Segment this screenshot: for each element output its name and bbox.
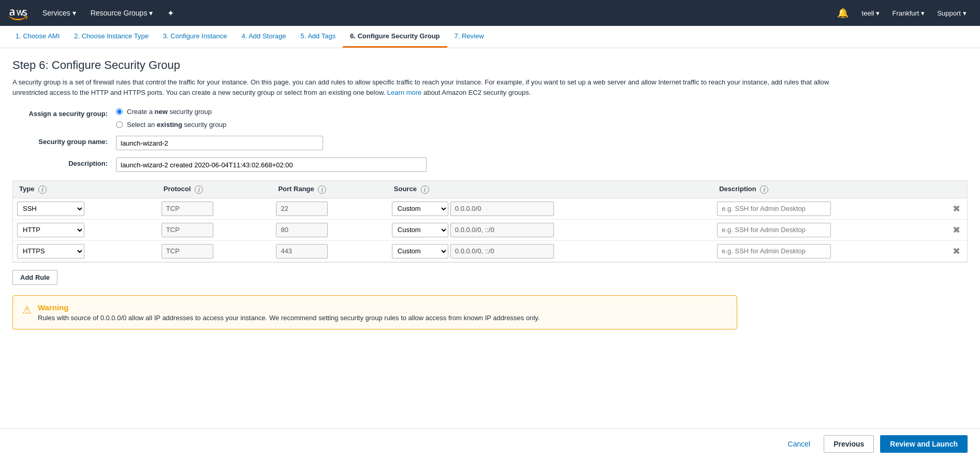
pin-icon-button[interactable]: ✦: [162, 0, 179, 26]
col-type: Type i: [13, 181, 157, 198]
table-row: SSHHTTPHTTPSCustom TCPCustom UDPAll traf…: [13, 240, 967, 262]
type-select-row-2[interactable]: SSHHTTPHTTPSCustom TCPCustom UDPAll traf…: [17, 244, 84, 259]
sg-name-input[interactable]: [116, 136, 323, 150]
support-chevron-icon: ▾: [963, 9, 967, 17]
user-chevron-icon: ▾: [876, 9, 880, 17]
col-protocol: Protocol i: [157, 181, 272, 198]
support-menu[interactable]: Support ▾: [932, 0, 972, 26]
protocol-input-row-2: [162, 244, 213, 259]
bell-icon[interactable]: 🔔: [831, 7, 855, 19]
region-chevron-icon: ▾: [921, 9, 925, 17]
resource-groups-label: Resource Groups: [91, 9, 148, 17]
warning-icon: ⚠: [22, 304, 32, 316]
source-type-select-row-0[interactable]: CustomAnywhereMy IPCustom IPv6: [392, 202, 448, 216]
create-new-radio[interactable]: [116, 108, 123, 115]
region-menu[interactable]: Frankfurt ▾: [887, 0, 930, 26]
learn-more-link[interactable]: Learn more: [387, 89, 421, 96]
col-description: Description i: [713, 181, 946, 198]
create-new-radio-option[interactable]: Create a new security group: [116, 108, 226, 116]
port-input-row-1: [276, 223, 328, 237]
sg-name-label: Security group name:: [12, 136, 116, 146]
sg-name-row: Security group name:: [12, 136, 968, 150]
port-input-row-2: [276, 244, 328, 259]
region-label: Frankfurt: [892, 9, 919, 17]
source-info-icon[interactable]: i: [421, 185, 429, 194]
col-source: Source i: [388, 181, 713, 198]
remove-row-button-1[interactable]: ✖: [950, 224, 962, 236]
warning-box: ⚠ Warning Rules with source of 0.0.0.0/0…: [12, 295, 737, 329]
aws-logo: [8, 6, 29, 20]
table-row: SSHHTTPHTTPSCustom TCPCustom UDPAll traf…: [13, 198, 967, 219]
main-content: Step 6: Configure Security Group A secur…: [0, 48, 980, 340]
type-info-icon[interactable]: i: [38, 185, 47, 194]
wizard-step-add-tags[interactable]: 5. Add Tags: [293, 26, 343, 48]
protocol-info-icon[interactable]: i: [195, 185, 203, 194]
warning-title: Warning: [38, 303, 539, 312]
col-remove: [946, 181, 967, 198]
rules-table: Type i Protocol i Port Range i Source i …: [13, 181, 967, 262]
services-menu[interactable]: Services ▾: [37, 0, 81, 26]
source-value-input-row-0[interactable]: [450, 202, 554, 216]
top-nav: Services ▾ Resource Groups ▾ ✦ 🔔 teell ▾…: [0, 0, 980, 26]
wizard-step-configure-instance[interactable]: 3. Configure Instance: [156, 26, 235, 48]
services-label: Services: [42, 9, 70, 17]
col-port-range: Port Range i: [272, 181, 387, 198]
support-label: Support: [937, 9, 961, 17]
source-type-select-row-2[interactable]: CustomAnywhereMy IPCustom IPv6: [392, 244, 448, 259]
source-type-select-row-1[interactable]: CustomAnywhereMy IPCustom IPv6: [392, 223, 448, 237]
warning-text: Rules with source of 0.0.0.0/0 allow all…: [38, 314, 539, 322]
wizard-steps: 1. Choose AMI 2. Choose Instance Type 3.…: [0, 26, 980, 48]
resource-groups-menu[interactable]: Resource Groups ▾: [85, 0, 158, 26]
type-select-row-1[interactable]: SSHHTTPHTTPSCustom TCPCustom UDPAll traf…: [17, 223, 84, 237]
wizard-step-add-storage[interactable]: 4. Add Storage: [234, 26, 293, 48]
wizard-step-review[interactable]: 7. Review: [447, 26, 491, 48]
wizard-step-security-group[interactable]: 6. Configure Security Group: [343, 26, 447, 48]
radio-group: Create a new security group Select an ex…: [116, 108, 226, 128]
select-existing-radio[interactable]: [116, 121, 123, 128]
remove-row-button-0[interactable]: ✖: [950, 203, 962, 214]
select-existing-radio-option[interactable]: Select an existing security group: [116, 121, 226, 128]
page-title: Step 6: Configure Security Group: [12, 59, 968, 72]
page-description: A security group is a set of firewall ru…: [12, 77, 841, 97]
table-row: SSHHTTPHTTPSCustom TCPCustom UDPAll traf…: [13, 219, 967, 240]
assign-sg-row: Assign a security group: Create a new se…: [12, 108, 968, 128]
sg-description-input[interactable]: [116, 157, 427, 172]
warning-content: Warning Rules with source of 0.0.0.0/0 a…: [38, 303, 539, 322]
user-menu[interactable]: teell ▾: [857, 0, 885, 26]
table-header-row: Type i Protocol i Port Range i Source i …: [13, 181, 967, 198]
description-input-row-0[interactable]: [717, 202, 831, 216]
wizard-step-ami[interactable]: 1. Choose AMI: [8, 26, 67, 48]
source-value-input-row-1[interactable]: [450, 223, 554, 237]
port-input-row-0: [276, 202, 328, 216]
rules-table-container: Type i Protocol i Port Range i Source i …: [12, 180, 968, 263]
wizard-step-instance-type[interactable]: 2. Choose Instance Type: [67, 26, 156, 48]
add-rule-button[interactable]: Add Rule: [12, 270, 57, 285]
remove-row-button-2[interactable]: ✖: [950, 246, 962, 257]
description-input-row-2[interactable]: [717, 244, 831, 259]
port-range-info-icon[interactable]: i: [318, 185, 326, 194]
protocol-input-row-0: [162, 202, 213, 216]
protocol-input-row-1: [162, 223, 213, 237]
services-chevron-icon: ▾: [72, 9, 76, 17]
resource-groups-chevron-icon: ▾: [149, 9, 153, 17]
sg-description-label: Description:: [12, 157, 116, 167]
sg-description-row: Description:: [12, 157, 968, 172]
source-value-input-row-2[interactable]: [450, 244, 554, 259]
description-input-row-1[interactable]: [717, 223, 831, 237]
user-label: teell: [862, 9, 874, 17]
description-info-icon[interactable]: i: [760, 185, 768, 194]
assign-sg-label: Assign a security group:: [12, 108, 116, 118]
type-select-row-0[interactable]: SSHHTTPHTTPSCustom TCPCustom UDPAll traf…: [17, 202, 84, 216]
